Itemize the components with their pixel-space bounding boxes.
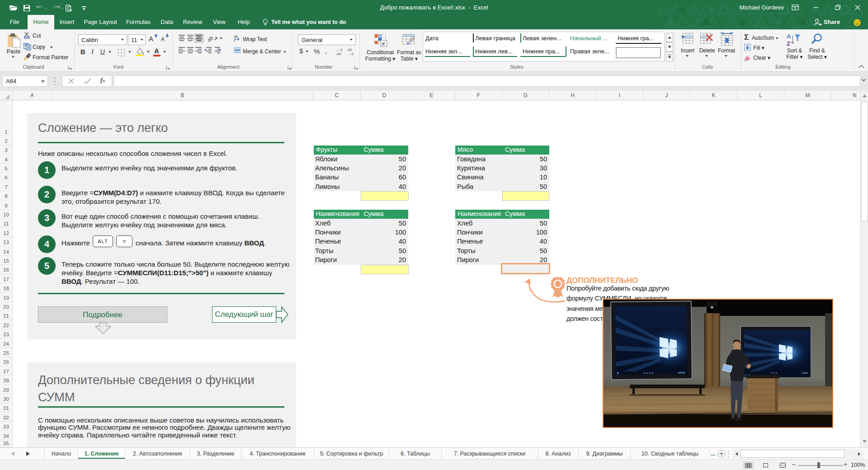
svg-text:≠: ≠ [382,41,385,47]
svg-text:Z: Z [787,40,790,47]
svg-text:.00: .00 [336,52,341,56]
svg-text:ab: ab [208,35,214,42]
svg-text:→.0: →.0 [347,52,354,56]
svg-text:A: A [787,33,791,40]
svg-text:←.0: ←.0 [336,48,343,52]
svg-text:.00: .00 [347,48,352,52]
